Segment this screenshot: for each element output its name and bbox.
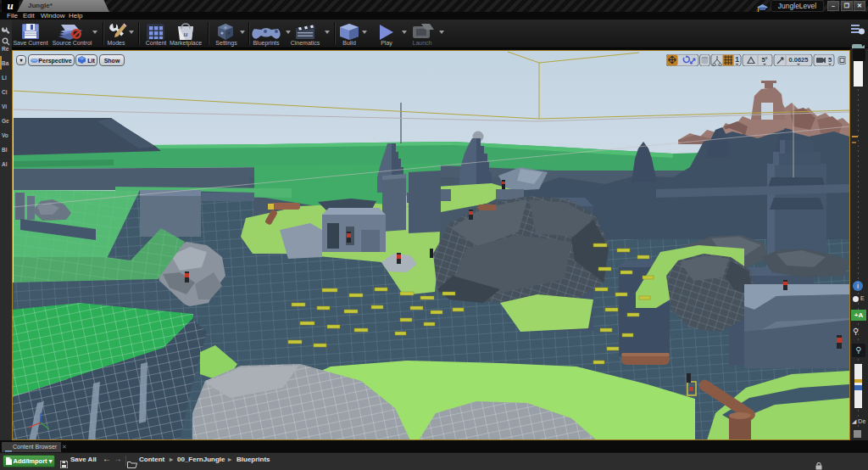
svg-text:0.0625: 0.0625: [789, 56, 809, 64]
svg-text:5°: 5°: [761, 56, 767, 64]
svg-text:1: 1: [735, 55, 739, 64]
svg-text:u: u: [183, 30, 187, 38]
svg-text:5: 5: [828, 56, 832, 64]
